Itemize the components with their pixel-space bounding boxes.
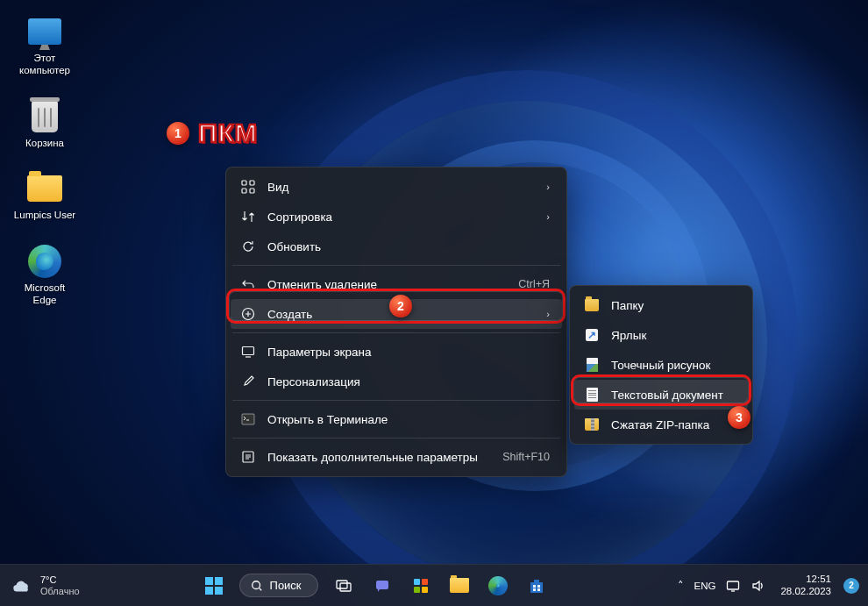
annotation-1-text: ПКМ — [198, 118, 258, 148]
this-pc-label: Этот компьютер — [19, 53, 70, 77]
start-button[interactable] — [196, 568, 231, 603]
menu-sort[interactable]: Сортировка › — [231, 202, 562, 232]
chat-button[interactable] — [365, 568, 400, 603]
svg-rect-15 — [422, 587, 428, 593]
svg-rect-5 — [243, 347, 254, 355]
new-submenu: Папку ↗ Ярлык Точечный рисунок Текстовый… — [569, 285, 753, 445]
svg-rect-9 — [337, 581, 347, 588]
refresh-icon — [241, 239, 255, 253]
svg-rect-11 — [376, 581, 388, 589]
chat-icon — [374, 577, 391, 595]
zip-icon — [585, 417, 599, 431]
temp-text: 7°C — [40, 574, 80, 586]
badge-2: 2 — [389, 295, 412, 317]
annotation-1: 1 ПКМ — [167, 118, 258, 148]
plus-circle-icon — [241, 307, 255, 321]
language-indicator[interactable]: ENG — [694, 581, 716, 591]
submenu-shortcut[interactable]: ↗ Ярлык — [574, 320, 748, 350]
edge-label: Microsoft Edge — [13, 282, 76, 307]
view-icon — [241, 180, 255, 194]
edge-icon — [488, 576, 508, 595]
task-view-button[interactable] — [326, 568, 361, 603]
svg-rect-2 — [242, 189, 246, 193]
svg-point-8 — [252, 581, 260, 588]
notification-badge[interactable]: 2 — [843, 578, 859, 594]
edge-icon[interactable]: Microsoft Edge — [11, 240, 79, 310]
svg-rect-13 — [422, 579, 428, 585]
menu-terminal[interactable]: Открыть в Терминале — [231, 404, 562, 434]
submenu-text-document[interactable]: Текстовый документ — [574, 380, 748, 410]
user-folder-label: Lumpics User — [14, 210, 75, 222]
brush-icon — [241, 374, 255, 389]
menu-display-settings[interactable]: Параметры экрана — [231, 337, 562, 367]
weather-text: Облачно — [40, 586, 80, 597]
svg-rect-1 — [250, 181, 254, 185]
sort-icon — [241, 210, 255, 224]
submenu-bitmap[interactable]: Точечный рисунок — [574, 350, 748, 380]
task-view-icon — [335, 577, 352, 595]
widgets-icon — [412, 577, 430, 595]
edge-button[interactable] — [480, 568, 516, 603]
bitmap-icon — [585, 358, 599, 372]
explorer-button[interactable] — [442, 568, 477, 603]
badge-3: 3 — [728, 406, 751, 429]
menu-personalize[interactable]: Персонализация — [231, 367, 562, 396]
tray-chevron-icon[interactable]: ˄ — [678, 579, 684, 592]
this-pc-icon[interactable]: Этот компьютер — [11, 11, 79, 80]
chevron-right-icon: › — [546, 309, 550, 319]
taskbar: 7°C Облачно Поиск ˄ ENG 12:51 28.02.2023… — [0, 564, 868, 606]
taskbar-search[interactable]: Поиск — [239, 574, 318, 597]
menu-view[interactable]: Вид › — [231, 172, 562, 202]
svg-rect-10 — [340, 583, 351, 591]
svg-rect-3 — [250, 189, 254, 193]
search-icon — [251, 580, 263, 592]
folder-icon — [585, 298, 599, 312]
widgets-button[interactable] — [403, 568, 438, 603]
more-options-icon — [241, 450, 255, 464]
submenu-zip[interactable]: Сжатая ZIP-папка — [574, 410, 748, 439]
recycle-bin-label: Корзина — [25, 138, 64, 150]
badge-1: 1 — [167, 122, 189, 145]
svg-rect-14 — [414, 587, 420, 593]
terminal-icon — [241, 412, 255, 426]
recycle-bin-icon[interactable]: Корзина — [11, 96, 79, 153]
network-icon[interactable] — [726, 579, 740, 593]
store-button[interactable] — [519, 568, 554, 603]
folder-icon — [450, 578, 469, 593]
clock[interactable]: 12:51 28.02.2023 — [775, 574, 836, 598]
text-doc-icon — [585, 388, 599, 402]
weather-widget[interactable]: 7°C Облачно — [0, 574, 80, 596]
chevron-right-icon: › — [546, 182, 550, 192]
menu-refresh[interactable]: Обновить — [231, 232, 562, 261]
menu-more-options[interactable]: Показать дополнительные параметры Shift+… — [231, 442, 562, 472]
svg-rect-16 — [728, 581, 739, 589]
search-label: Поиск — [270, 579, 302, 592]
volume-icon[interactable] — [751, 579, 765, 593]
submenu-folder[interactable]: Папку — [574, 290, 748, 320]
svg-rect-6 — [242, 414, 254, 424]
shortcut-icon: ↗ — [585, 328, 599, 342]
store-icon — [528, 577, 545, 595]
user-folder-icon[interactable]: Lumpics User — [11, 168, 79, 225]
display-icon — [241, 345, 255, 359]
windows-logo-icon — [205, 577, 223, 595]
desktop-context-menu: Вид › Сортировка › Обновить Отменить уда… — [225, 167, 567, 477]
svg-rect-0 — [242, 181, 246, 185]
desktop-icons-area: Этот компьютер Корзина Lumpics User Micr… — [11, 11, 79, 310]
undo-icon — [241, 277, 255, 291]
chevron-right-icon: › — [546, 211, 550, 222]
cloud-icon — [12, 576, 32, 595]
svg-rect-12 — [414, 579, 420, 585]
